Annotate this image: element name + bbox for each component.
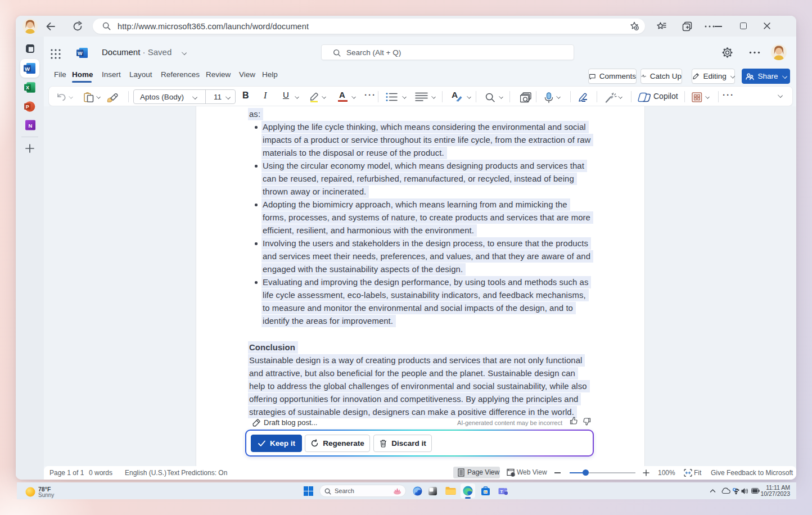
svg-text:P: P (26, 104, 29, 110)
svg-text:W: W (78, 51, 83, 56)
svg-text:N: N (29, 123, 33, 129)
svg-text:i: i (512, 472, 513, 476)
svg-text:W: W (25, 66, 30, 72)
svg-text:X: X (26, 85, 29, 91)
svg-text:T: T (500, 489, 503, 494)
